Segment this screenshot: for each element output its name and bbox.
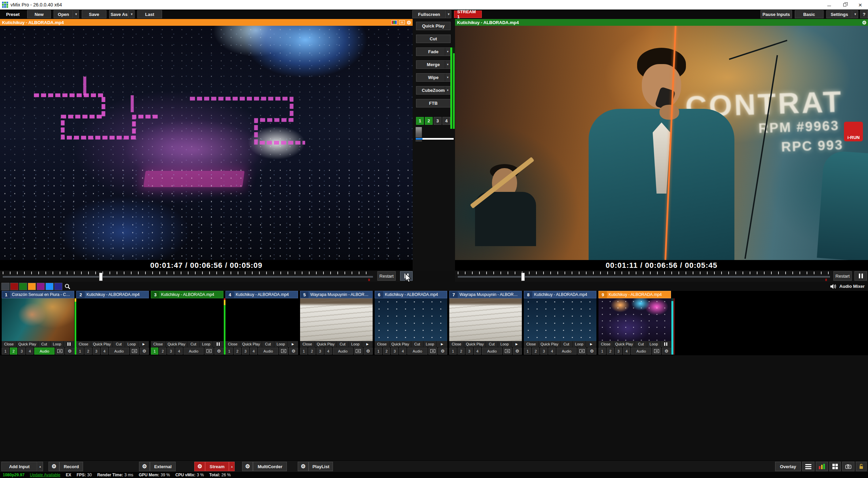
input-cut-button[interactable]: Cut — [113, 341, 125, 347]
preview-restart-button[interactable]: Restart — [377, 271, 396, 281]
last-button[interactable]: Last — [137, 10, 162, 18]
color-filter-swatch[interactable] — [54, 283, 62, 290]
input-bus-3-button[interactable]: 3 — [466, 347, 473, 355]
input-thumbnail[interactable] — [598, 298, 671, 341]
stream-dropdown[interactable]: ▲ — [229, 462, 235, 471]
input-cut-button[interactable]: Cut — [262, 341, 274, 347]
input-bus-1-button[interactable]: 1 — [524, 347, 531, 355]
input-bus-2-button[interactable]: 2 — [84, 347, 92, 355]
input-thumbnail[interactable] — [375, 298, 447, 341]
input-loop-button[interactable]: Loop — [200, 341, 213, 347]
input-bus-1-button[interactable]: 1 — [449, 347, 457, 355]
add-input-dropdown[interactable]: ▲ — [37, 462, 43, 471]
input-pause-button[interactable] — [64, 341, 74, 347]
record-settings-button[interactable]: ⚙ — [48, 462, 59, 471]
transition-slot-2[interactable]: 2 — [425, 117, 433, 125]
program-restart-button[interactable]: Restart — [833, 271, 852, 281]
input-settings-button[interactable]: ⚙ — [289, 347, 298, 355]
fullscreen-monitor-icon[interactable] — [399, 20, 405, 24]
input-bus-4-button[interactable]: 4 — [548, 347, 556, 355]
input-quick-play-button[interactable]: Quick Play — [240, 341, 262, 347]
input-audio-button[interactable]: Audio — [109, 347, 129, 355]
input-settings-button[interactable]: ⚙ — [363, 347, 373, 355]
input-bus-2-button[interactable]: 2 — [383, 347, 390, 355]
input-loop-button[interactable]: Loop — [51, 341, 64, 347]
input-play-button[interactable]: ▶ — [362, 341, 373, 347]
transition-button-fade[interactable]: Fade▼ — [416, 47, 451, 56]
input-bus-3-button[interactable]: 3 — [391, 347, 398, 355]
save-as-button[interactable]: Save As — [109, 10, 129, 18]
input-header[interactable]: 8 Kutichikuy - ALBORADA.mp4 — [524, 291, 596, 298]
input-audio-button[interactable]: Audio — [34, 347, 55, 355]
input-bus-3-button[interactable]: 3 — [540, 347, 548, 355]
input-header[interactable]: 4 Kutichikuy - ALBORADA.mp4 — [225, 291, 298, 298]
input-play-button[interactable]: ▶ — [511, 341, 522, 347]
input-loop-button[interactable]: Loop — [274, 341, 288, 347]
input-bus-2-button[interactable]: 2 — [159, 347, 166, 355]
input-close-button[interactable]: Close — [151, 341, 166, 347]
program-settings-gear-icon[interactable]: ⚙ — [862, 20, 867, 25]
update-available-link[interactable]: Update Available — [30, 473, 60, 477]
preview-seek-handle[interactable] — [99, 273, 103, 281]
input-bus-3-button[interactable]: 3 — [93, 347, 100, 355]
audio-mixer-button[interactable]: Audio Mixer — [829, 282, 866, 290]
input-close-button[interactable]: Close — [524, 341, 539, 347]
help-button[interactable]: ? — [860, 10, 868, 18]
color-filter-swatch[interactable] — [19, 283, 27, 290]
search-inputs-button[interactable] — [63, 283, 72, 290]
input-header[interactable]: 7 Wayrapa Muspuynin - ALBORADA.mp4 — [449, 291, 522, 298]
input-loop-button[interactable]: Loop — [647, 341, 661, 347]
input-header[interactable]: 9 Kutichikuy - ALBORADA.mp4 — [598, 291, 671, 298]
input-bus-3-button[interactable]: 3 — [167, 347, 175, 355]
input-bus-1-button[interactable]: 1 — [151, 347, 158, 355]
input-loop-button[interactable]: Loop — [125, 341, 139, 347]
input-bus-3-button[interactable]: 3 — [18, 347, 25, 355]
input-play-button[interactable]: ▶ — [437, 341, 447, 347]
audio-meters-button[interactable] — [816, 462, 828, 471]
list-view-button[interactable] — [802, 462, 814, 471]
input-thumbnail[interactable] — [151, 298, 223, 341]
transition-slot-3[interactable]: 3 — [434, 117, 441, 125]
external-button[interactable]: External — [150, 462, 176, 471]
input-loop-button[interactable]: Loop — [423, 341, 437, 347]
program-seek-track[interactable] — [458, 276, 830, 278]
open-button[interactable]: Open — [54, 10, 73, 18]
transition-button-ftb[interactable]: FTB — [416, 99, 451, 107]
input-cut-button[interactable]: Cut — [38, 341, 51, 347]
transition-slot-4[interactable]: 4 — [442, 117, 450, 125]
input-bus-1-button[interactable]: 1 — [2, 347, 9, 355]
input-bus-1-button[interactable]: 1 — [375, 347, 382, 355]
transition-dropdown[interactable]: ▼ — [445, 86, 450, 94]
input-bus-3-button[interactable]: 3 — [615, 347, 622, 355]
input-quick-play-button[interactable]: Quick Play — [464, 341, 486, 347]
external-settings-button[interactable]: ⚙ — [139, 462, 150, 471]
input-bus-2-button[interactable]: 2 — [10, 347, 17, 355]
stream-button[interactable]: Stream — [205, 462, 229, 471]
input-settings-button[interactable]: ⚙ — [140, 347, 149, 355]
t-bar-track[interactable] — [415, 138, 454, 140]
save-as-dropdown[interactable]: ▼ — [129, 10, 135, 18]
input-bus-2-button[interactable]: 2 — [234, 347, 241, 355]
input-cut-button[interactable]: Cut — [560, 341, 573, 347]
add-input-button[interactable]: Add Input — [1, 462, 37, 471]
input-quick-play-button[interactable]: Quick Play — [315, 341, 337, 347]
input-settings-button[interactable]: ⚙ — [587, 347, 596, 355]
input-settings-button[interactable]: ⚙ — [65, 347, 74, 355]
settings-button[interactable]: Settings — [826, 10, 852, 18]
color-filter-swatch[interactable] — [37, 283, 45, 290]
input-loop-button[interactable]: Loop — [498, 341, 512, 347]
program-seek-handle[interactable] — [521, 273, 525, 281]
input-header[interactable]: 5 Wayrapa Muspuynin - ALBORADA.mp4 — [300, 291, 373, 298]
input-thumbnail[interactable] — [225, 298, 298, 341]
input-close-button[interactable]: Close — [225, 341, 240, 347]
input-close-button[interactable]: Close — [375, 341, 390, 347]
input-close-button[interactable]: Close — [598, 341, 613, 347]
input-pause-button[interactable] — [660, 341, 671, 347]
input-close-button[interactable]: Close — [76, 341, 91, 347]
color-filter-swatch[interactable] — [28, 283, 36, 290]
transition-dropdown[interactable]: ▼ — [445, 48, 450, 56]
input-audio-button[interactable]: Audio — [258, 347, 278, 355]
input-play-button[interactable]: ▶ — [586, 341, 596, 347]
transition-dropdown[interactable]: ▼ — [445, 74, 450, 81]
input-monitor-button[interactable] — [279, 347, 288, 355]
